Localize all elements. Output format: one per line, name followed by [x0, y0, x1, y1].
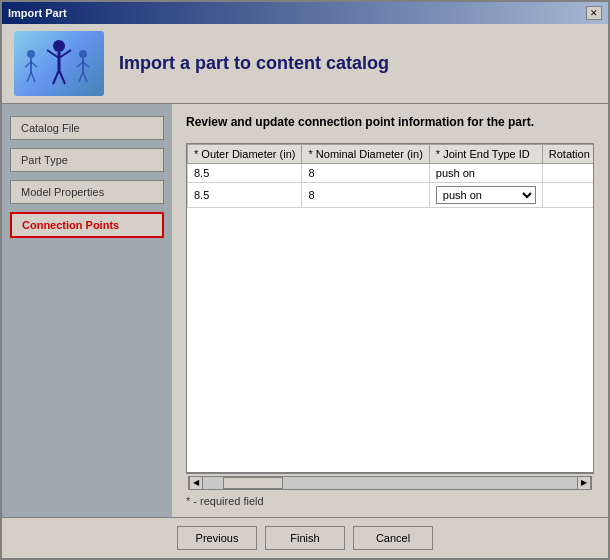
table-row: 8.5 8 push on mechanical flanged butt we…	[188, 182, 595, 207]
scroll-track	[203, 477, 577, 489]
window-body: Import a part to content catalog Catalog…	[2, 24, 608, 558]
svg-line-4	[27, 72, 31, 82]
joint-end-type-select[interactable]: push on mechanical flanged butt weld	[436, 186, 536, 204]
sidebar-item-model-properties[interactable]: Model Properties	[10, 180, 164, 204]
svg-line-17	[83, 72, 87, 82]
window-title: Import Part	[8, 7, 67, 19]
svg-point-6	[53, 40, 65, 52]
row2-rotation	[542, 182, 594, 207]
finish-button[interactable]: Finish	[265, 526, 345, 550]
scrollbar-area: ◀ ▶	[186, 473, 594, 491]
row2-nominal-diameter: 8	[302, 182, 429, 207]
content-area: Catalog File Part Type Model Properties …	[2, 104, 608, 517]
close-button[interactable]: ✕	[586, 6, 602, 20]
sidebar-item-part-type[interactable]: Part Type	[10, 148, 164, 172]
svg-line-16	[79, 72, 83, 82]
row1-nominal-diameter: 8	[302, 163, 429, 182]
sidebar-item-catalog-file[interactable]: Catalog File	[10, 116, 164, 140]
main-panel: Review and update connection point infor…	[172, 104, 608, 517]
row1-joint-end-type: push on	[429, 163, 542, 182]
svg-line-5	[31, 72, 35, 82]
cancel-button[interactable]: Cancel	[353, 526, 433, 550]
table-header-row: * Outer Diameter (in) * Nominal Diameter…	[188, 144, 595, 163]
svg-line-10	[53, 70, 59, 84]
svg-line-11	[59, 70, 65, 84]
col-nominal-diameter: * Nominal Diameter (in)	[302, 144, 429, 163]
connection-points-table: * Outer Diameter (in) * Nominal Diameter…	[187, 144, 594, 208]
svg-point-12	[79, 50, 87, 58]
header-section: Import a part to content catalog	[2, 24, 608, 104]
required-field-note: * - required field	[186, 495, 594, 507]
svg-point-0	[27, 50, 35, 58]
col-joint-end-type: * Joint End Type ID	[429, 144, 542, 163]
table-row: 8.5 8 push on	[188, 163, 595, 182]
row1-outer-diameter: 8.5	[188, 163, 302, 182]
scroll-left-button[interactable]: ◀	[189, 476, 203, 490]
header-title: Import a part to content catalog	[119, 53, 389, 74]
col-rotation: Rotation (*	[542, 144, 594, 163]
row1-rotation	[542, 163, 594, 182]
title-bar: Import Part ✕	[2, 2, 608, 24]
sidebar: Catalog File Part Type Model Properties …	[2, 104, 172, 517]
import-part-window: Import Part ✕	[0, 0, 610, 560]
header-image	[14, 31, 104, 96]
row2-outer-diameter: 8.5	[188, 182, 302, 207]
instructions-text: Review and update connection point infor…	[186, 114, 594, 131]
sidebar-item-connection-points[interactable]: Connection Points	[10, 212, 164, 238]
row2-joint-end-type-dropdown-cell: push on mechanical flanged butt weld	[429, 182, 542, 207]
scroll-right-button[interactable]: ▶	[577, 476, 591, 490]
previous-button[interactable]: Previous	[177, 526, 257, 550]
title-bar-controls: ✕	[586, 6, 602, 20]
horizontal-scrollbar[interactable]: ◀ ▶	[188, 476, 592, 490]
col-outer-diameter: * Outer Diameter (in)	[188, 144, 302, 163]
connection-points-table-container: * Outer Diameter (in) * Nominal Diameter…	[186, 143, 594, 473]
scroll-thumb[interactable]	[223, 477, 283, 489]
footer: Previous Finish Cancel	[2, 517, 608, 558]
